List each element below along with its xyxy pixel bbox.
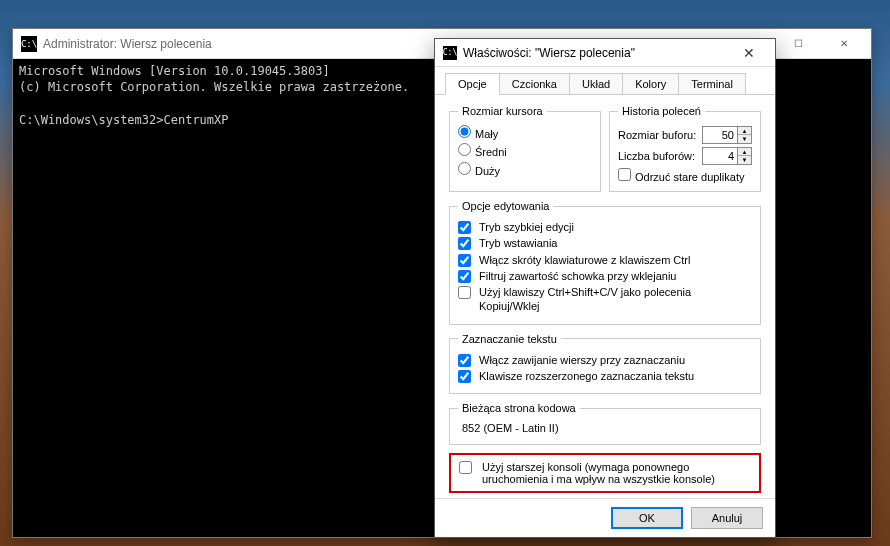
buffer-size-label: Rozmiar buforu: <box>618 129 696 141</box>
spin-down-icon[interactable]: ▼ <box>738 135 751 143</box>
insert-mode-checkbox[interactable]: Tryb wstawiania <box>458 236 752 250</box>
tab-font[interactable]: Czcionka <box>499 73 570 94</box>
text-select-group: Zaznaczanie tekstu Włącz zawijanie wiers… <box>449 333 761 395</box>
console-line: Microsoft Windows [Version 10.0.19045.38… <box>19 64 330 78</box>
select-legend: Zaznaczanie tekstu <box>458 333 561 345</box>
spin-up-icon[interactable]: ▲ <box>738 127 751 135</box>
spin-up-icon[interactable]: ▲ <box>738 148 751 156</box>
buffer-count-spinner[interactable]: ▲▼ <box>702 147 752 165</box>
codepage-legend: Bieżąca strona kodowa <box>458 402 580 414</box>
cursor-size-group: Rozmiar kursora Mały Średni Duży <box>449 105 601 192</box>
extended-keys-checkbox[interactable]: Klawisze rozszerzonego zaznaczania tekst… <box>458 369 752 383</box>
codepage-group: Bieżąca strona kodowa 852 (OEM - Latin I… <box>449 402 761 445</box>
edit-legend: Opcje edytowania <box>458 200 553 212</box>
dialog-close-button[interactable]: ✕ <box>729 39 769 67</box>
history-group: Historia poleceń Rozmiar buforu: ▲▼ Licz… <box>609 105 761 192</box>
line-wrap-checkbox[interactable]: Włącz zawijanie wierszy przy zaznaczaniu <box>458 353 752 367</box>
close-button[interactable]: ✕ <box>821 29 867 59</box>
buffer-count-input[interactable] <box>703 149 737 163</box>
history-legend: Historia poleceń <box>618 105 705 117</box>
tab-layout[interactable]: Układ <box>569 73 623 94</box>
cursor-medium-radio[interactable]: Średni <box>458 143 592 159</box>
spin-down-icon[interactable]: ▼ <box>738 156 751 164</box>
cancel-button[interactable]: Anuluj <box>691 507 763 529</box>
legacy-console-highlight: Użyj starszej konsoli (wymaga ponownego … <box>449 453 761 493</box>
cmd-icon: C:\ <box>443 46 457 60</box>
tab-options[interactable]: Opcje <box>445 73 500 95</box>
tab-strip: Opcje Czcionka Układ Kolory Terminal <box>435 67 775 95</box>
cmd-icon: C:\ <box>21 36 37 52</box>
buffer-size-input[interactable] <box>703 128 737 142</box>
tab-colors[interactable]: Kolory <box>622 73 679 94</box>
cursor-large-radio[interactable]: Duży <box>458 162 592 178</box>
ctrl-shortcuts-checkbox[interactable]: Włącz skróty klawiaturowe z klawiszem Ct… <box>458 253 752 267</box>
tab-body-options: Rozmiar kursora Mały Średni Duży Histori… <box>435 95 775 498</box>
console-line: C:\Windows\system32>CentrumXP <box>19 113 229 127</box>
maximize-button[interactable]: ☐ <box>775 29 821 59</box>
dialog-titlebar[interactable]: C:\ Właściwości: "Wiersz polecenia" ✕ <box>435 39 775 67</box>
ctrl-shift-cv-checkbox[interactable]: Użyj klawiszy Ctrl+Shift+C/V jako polece… <box>458 285 752 314</box>
dialog-title: Właściwości: "Wiersz polecenia" <box>463 46 635 60</box>
ok-button[interactable]: OK <box>611 507 683 529</box>
filter-clipboard-checkbox[interactable]: Filtruj zawartość schowka przy wklejaniu <box>458 269 752 283</box>
buffer-count-label: Liczba buforów: <box>618 150 695 162</box>
quick-edit-checkbox[interactable]: Tryb szybkiej edycji <box>458 220 752 234</box>
cursor-small-radio[interactable]: Mały <box>458 125 592 141</box>
console-line: (c) Microsoft Corporation. Wszelkie praw… <box>19 80 409 94</box>
properties-dialog: C:\ Właściwości: "Wiersz polecenia" ✕ Op… <box>434 38 776 538</box>
cmd-title: Administrator: Wiersz polecenia <box>43 37 212 51</box>
dialog-button-row: OK Anuluj <box>435 498 775 537</box>
edit-options-group: Opcje edytowania Tryb szybkiej edycji Tr… <box>449 200 761 325</box>
cursor-legend: Rozmiar kursora <box>458 105 547 117</box>
codepage-value: 852 (OEM - Latin II) <box>458 420 752 436</box>
buffer-size-spinner[interactable]: ▲▼ <box>702 126 752 144</box>
legacy-console-checkbox[interactable]: Użyj starszej konsoli (wymaga ponownego … <box>459 461 751 485</box>
tab-terminal[interactable]: Terminal <box>678 73 746 94</box>
discard-duplicates-checkbox[interactable]: Odrzuć stare duplikaty <box>618 171 744 183</box>
